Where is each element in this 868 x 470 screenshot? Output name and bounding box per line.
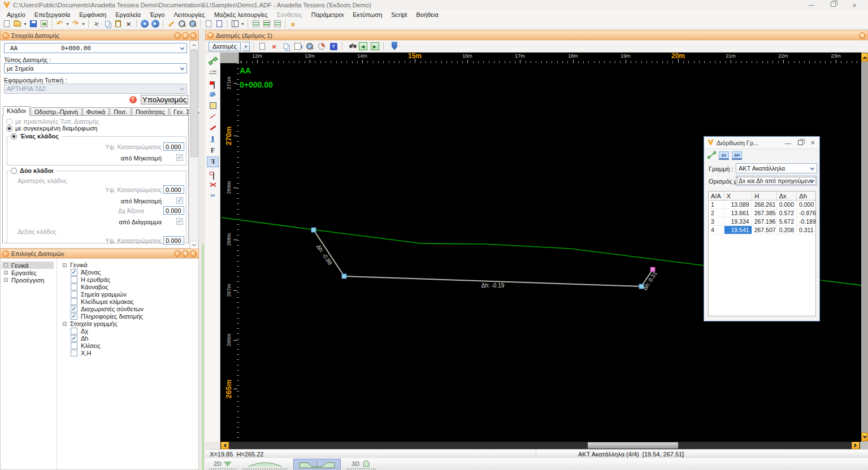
page-preview-icon[interactable] bbox=[214, 19, 224, 28]
menu-tools[interactable]: Εργαλεία bbox=[111, 11, 145, 18]
checkbox[interactable] bbox=[71, 284, 77, 290]
station-slider[interactable] bbox=[389, 41, 868, 53]
vertex-tool-icon[interactable] bbox=[207, 134, 219, 145]
wand-icon[interactable]: ⁎ bbox=[288, 19, 298, 28]
page-export-icon[interactable] bbox=[203, 19, 213, 28]
zoom-icon[interactable] bbox=[177, 19, 186, 28]
vertex-point[interactable] bbox=[311, 228, 316, 232]
grid-tool-icon[interactable] bbox=[207, 100, 219, 111]
option-line-points[interactable]: Σημεία γραμμών bbox=[71, 291, 127, 298]
custom-radio[interactable] bbox=[6, 125, 12, 132]
menu-project[interactable]: Έργο bbox=[145, 11, 170, 18]
two-branch-radio[interactable] bbox=[11, 168, 17, 174]
navigate-back-icon[interactable]: ◀ bbox=[140, 19, 149, 28]
scrollbar-thumb[interactable] bbox=[588, 442, 678, 449]
definition-combobox[interactable]: Δx και Δh από προηγούμενο bbox=[736, 176, 817, 186]
flag-tool-icon[interactable] bbox=[207, 77, 219, 88]
f-right-tool-icon[interactable]: F bbox=[207, 156, 219, 167]
category-general[interactable]: Γενικά bbox=[2, 262, 54, 269]
dh-toggle-icon[interactable]: ΔH bbox=[732, 151, 742, 160]
line-tool-icon[interactable] bbox=[207, 55, 219, 66]
menu-functions[interactable]: Λειτουργίες bbox=[169, 11, 209, 18]
deck-height-field[interactable] bbox=[163, 185, 184, 194]
close-panel-icon[interactable]: × bbox=[190, 32, 197, 39]
roll-up-icon[interactable]: ˄ bbox=[174, 32, 181, 39]
option-xh[interactable]: X,H bbox=[71, 350, 91, 356]
menu-edit[interactable]: Επεξεργασία bbox=[30, 11, 75, 18]
option-section-info[interactable]: Πληροφορίες διατομής bbox=[71, 313, 143, 320]
minimize-button[interactable]: — bbox=[784, 140, 791, 146]
trim-lines-tool-icon[interactable]: ✂ bbox=[207, 190, 219, 201]
pin-panel-icon[interactable]: ⇅ bbox=[182, 32, 189, 39]
report-list-icon[interactable] bbox=[251, 19, 261, 28]
scroll-right-icon[interactable] bbox=[852, 442, 860, 449]
region-tool-icon[interactable] bbox=[207, 89, 219, 99]
menu-script[interactable]: Script bbox=[387, 11, 411, 18]
menu-help[interactable]: Βοήθεια bbox=[411, 11, 442, 18]
report-export-icon[interactable] bbox=[272, 19, 282, 28]
vertex-point[interactable] bbox=[342, 274, 346, 278]
restore-button[interactable] bbox=[830, 1, 836, 10]
scroll-down-icon[interactable] bbox=[861, 433, 868, 441]
dx-toggle-icon[interactable]: Δx bbox=[719, 151, 729, 160]
tab-branches[interactable]: Κλάδοι bbox=[3, 106, 30, 116]
option-lock-scale[interactable]: Κλείδωμα κλίμακας bbox=[71, 298, 134, 305]
layout-icon[interactable] bbox=[230, 19, 240, 28]
option-dx[interactable]: Δχ bbox=[71, 328, 88, 334]
scroll-down-icon[interactable] bbox=[190, 241, 198, 249]
tab-quantities[interactable]: Ποσότητες bbox=[132, 107, 169, 116]
slope-tool-icon[interactable] bbox=[207, 111, 219, 122]
undo-icon[interactable]: ↶ bbox=[55, 19, 64, 28]
save-icon[interactable] bbox=[28, 19, 38, 28]
close-panel-icon[interactable]: × bbox=[190, 250, 197, 257]
category-tasks[interactable]: Εργασίες bbox=[2, 269, 54, 276]
collapse-panel-icon[interactable]: − bbox=[2, 250, 9, 257]
checkbox[interactable] bbox=[71, 313, 77, 320]
maximize-button[interactable] bbox=[798, 140, 803, 145]
tab-pavement-slopes[interactable]: Οδοστρ.-Πρανή bbox=[31, 107, 82, 116]
scroll-left-icon[interactable] bbox=[221, 442, 229, 449]
calculate-button[interactable]: Υπολογισμός bbox=[141, 95, 188, 105]
chart-icon[interactable] bbox=[316, 42, 327, 51]
report-import-icon[interactable] bbox=[262, 19, 271, 28]
option-dh[interactable]: Δh bbox=[71, 335, 88, 342]
rename-section-icon[interactable] bbox=[293, 42, 303, 51]
station-combobox[interactable]: ΑΑ 0+000.00 bbox=[4, 43, 187, 53]
paste-icon[interactable] bbox=[113, 19, 123, 28]
dialog-title-bar[interactable]: Διόρθωση Γρ... — × bbox=[704, 137, 819, 149]
copy-icon[interactable] bbox=[102, 19, 112, 28]
erase-lines-tool-icon[interactable] bbox=[207, 179, 219, 190]
preview-section-icon[interactable] bbox=[305, 42, 315, 51]
view-3d-button[interactable]: 3D bbox=[346, 459, 376, 469]
section-type-combobox[interactable]: με Σημεία bbox=[4, 63, 187, 73]
f-left-tool-icon[interactable]: F bbox=[207, 145, 219, 156]
checkbox[interactable] bbox=[71, 269, 77, 276]
horizontal-scrollbar[interactable] bbox=[220, 442, 861, 449]
tab-topsoil[interactable]: Φυτικά bbox=[83, 107, 109, 116]
one-branch-radio[interactable] bbox=[11, 133, 17, 140]
undo-dropdown-icon[interactable]: ▼ bbox=[66, 22, 70, 26]
save-project-icon[interactable] bbox=[39, 19, 49, 28]
table-row[interactable]: 213.661267.3850.572-0.876 bbox=[709, 209, 815, 217]
help-icon[interactable]: ? bbox=[328, 42, 338, 51]
deck-height-field[interactable] bbox=[163, 142, 184, 151]
table-row[interactable]: 113.089268.2610.0000.000 bbox=[709, 201, 815, 209]
curve-tool-icon[interactable] bbox=[207, 123, 219, 133]
checkbox[interactable] bbox=[71, 350, 77, 356]
checkbox[interactable] bbox=[71, 335, 77, 342]
mode-dropdown-icon[interactable]: ▼ bbox=[242, 42, 250, 51]
flag-outline-tool-icon[interactable] bbox=[207, 168, 219, 179]
open-dropdown-icon[interactable]: ▼ bbox=[23, 22, 27, 26]
layout-dropdown-icon[interactable]: ▼ bbox=[241, 22, 245, 26]
pin-panel-icon[interactable]: ⇅ bbox=[859, 32, 866, 39]
pin-panel-icon[interactable]: ⇅ bbox=[182, 250, 189, 257]
view-2d-button[interactable]: 2D bbox=[209, 459, 237, 469]
dx-axis-field[interactable] bbox=[163, 206, 184, 215]
line-mode-icon[interactable] bbox=[708, 151, 716, 160]
view-cross-section-button[interactable] bbox=[293, 459, 341, 469]
menu-print[interactable]: Εκτύπωση bbox=[348, 11, 387, 18]
zoom-previous-icon[interactable] bbox=[188, 19, 197, 28]
find-icon[interactable] bbox=[346, 42, 356, 51]
menu-batch-functions[interactable]: Μαζικές λειτουργίες bbox=[210, 11, 272, 18]
selected-cell[interactable]: 19.541 bbox=[724, 226, 752, 234]
